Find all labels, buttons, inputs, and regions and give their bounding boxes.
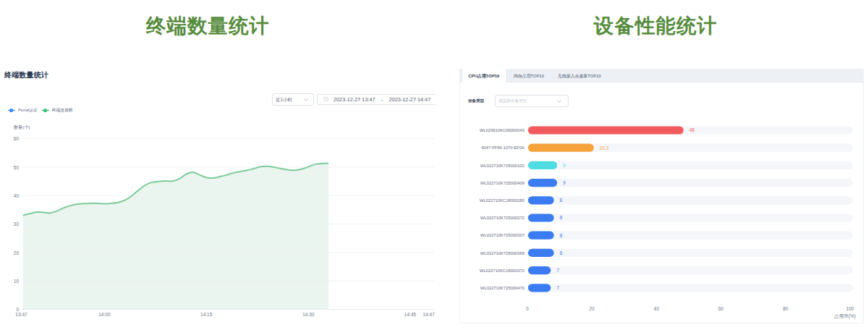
svg-text:40: 40: [654, 306, 660, 311]
svg-text:7: 7: [556, 268, 559, 273]
svg-text:8: 8: [560, 233, 563, 238]
svg-text:20.3: 20.3: [600, 145, 609, 151]
svg-text:20: 20: [14, 250, 20, 255]
svg-text:30: 30: [14, 221, 20, 227]
svg-text:WL022710K725000272: WL022710K725000272: [480, 216, 524, 220]
svg-text:9: 9: [563, 180, 566, 185]
svg-text:40: 40: [14, 193, 20, 198]
svg-text:6047-FF96-1070-EF0A: 6047-FF96-1070-EF0A: [481, 145, 524, 150]
svg-text:WL022710KC18000372: WL022710KC18000372: [480, 268, 524, 273]
svg-text:48: 48: [689, 127, 695, 132]
svg-text:数量(个): 数量(个): [14, 124, 30, 130]
svg-text:9: 9: [563, 163, 566, 168]
svg-text:50: 50: [14, 165, 20, 170]
svg-text:14:00: 14:00: [98, 312, 111, 317]
svg-text:14:45: 14:45: [404, 312, 417, 317]
svg-text:8: 8: [560, 198, 563, 203]
svg-text:80: 80: [783, 306, 788, 311]
svg-text:WL022710K725000369: WL022710K725000369: [480, 251, 524, 255]
svg-text:8: 8: [560, 215, 563, 220]
svg-text:8: 8: [560, 250, 563, 255]
svg-text:14:30: 14:30: [302, 312, 315, 317]
svg-text:占用率(%): 占用率(%): [834, 313, 856, 319]
svg-text:0: 0: [526, 306, 529, 311]
svg-text:WL022710KC18000280: WL022710KC18000280: [480, 198, 524, 203]
svg-text:WL023610KC06000043: WL023610KC06000043: [480, 128, 524, 132]
svg-text:13:47: 13:47: [15, 312, 27, 317]
svg-text:7: 7: [556, 285, 559, 290]
svg-text:WL022710K725000409: WL022710K725000409: [480, 181, 524, 185]
svg-text:60: 60: [14, 136, 20, 141]
svg-text:WL022710K725000307: WL022710K725000307: [480, 233, 524, 237]
svg-text:20: 20: [590, 306, 595, 311]
svg-text:60: 60: [718, 306, 724, 311]
svg-text:100: 100: [846, 306, 854, 311]
svg-text:10: 10: [14, 279, 20, 284]
svg-text:WL022710K725000102: WL022710K725000102: [480, 164, 524, 168]
svg-text:14:15: 14:15: [200, 312, 213, 317]
svg-text:WL022710K725000470: WL022710K725000470: [480, 286, 524, 290]
svg-text:14:47: 14:47: [423, 312, 435, 317]
